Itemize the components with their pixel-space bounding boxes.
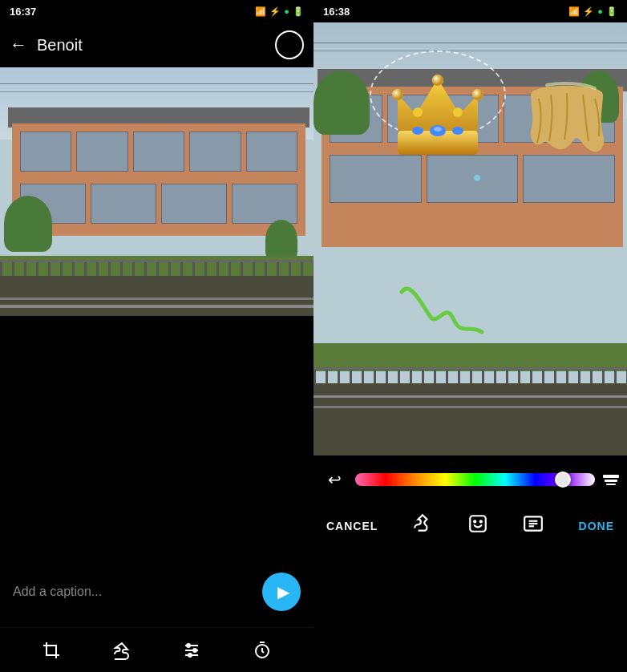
cancel-button[interactable]: CANCEL: [326, 520, 378, 532]
caption-row: Add a caption... ▶: [0, 573, 314, 621]
svg-point-16: [432, 75, 443, 86]
timer-icon[interactable]: [253, 641, 272, 660]
text-tool-icon[interactable]: [523, 513, 544, 539]
wig-sticker[interactable]: [523, 79, 611, 159]
right-panel: 16:38 📶 ⚡ ● 🔋: [314, 0, 627, 672]
status-bar-left: 16:37 📶 ⚡ ● 🔋: [0, 0, 314, 22]
stroke-width-selector[interactable]: [603, 475, 619, 485]
wifi-icon-right: ⚡: [583, 6, 594, 17]
svg-point-22: [453, 107, 463, 117]
caption-input[interactable]: Add a caption...: [13, 585, 253, 599]
status-icons-right: 📶 ⚡ ● 🔋: [568, 6, 617, 17]
svg-point-25: [475, 520, 476, 522]
status-bar-right: 16:38 📶 ⚡ ● 🔋: [314, 0, 627, 22]
bottom-action-bar: CANCEL DONE: [314, 504, 627, 549]
color-picker-slider[interactable]: [355, 473, 595, 486]
avatar-circle[interactable]: [275, 30, 304, 59]
road-left: [0, 276, 314, 316]
send-button[interactable]: ▶: [262, 573, 301, 611]
svg-point-26: [480, 520, 482, 522]
wa-icon-left: ●: [284, 6, 289, 16]
black-area-left: Add a caption... ▶: [0, 316, 314, 627]
svg-point-21: [413, 107, 423, 117]
left-panel: 16:37 📶 ⚡ ● 🔋 ← Benoit: [0, 0, 314, 672]
battery-icon-left: 🔋: [293, 6, 304, 17]
drawing-controls-bar: ↩: [314, 455, 627, 504]
back-button[interactable]: ←: [10, 34, 27, 55]
time-right: 16:38: [323, 6, 350, 18]
svg-point-18: [392, 89, 403, 100]
svg-point-23: [434, 127, 442, 132]
done-button[interactable]: DONE: [579, 520, 614, 532]
photo-preview-left: [0, 67, 314, 316]
building-body-left: [12, 123, 305, 236]
svg-marker-11: [398, 79, 478, 131]
crop-icon[interactable]: [42, 641, 61, 660]
send-icon: ▶: [277, 582, 289, 601]
svg-point-3: [187, 644, 190, 647]
trees-left: [4, 196, 52, 252]
svg-point-13: [412, 127, 423, 135]
color-slider-thumb[interactable]: [555, 472, 571, 488]
trees-right: [314, 71, 370, 135]
crown-sticker[interactable]: [386, 71, 490, 167]
brush-icon[interactable]: [112, 641, 131, 660]
adjust-icon[interactable]: [182, 641, 201, 660]
brush-action-icon[interactable]: [412, 513, 433, 539]
status-icons-left: 📶 ⚡ ● 🔋: [255, 6, 304, 17]
svg-point-14: [452, 127, 463, 135]
bottom-toolbar-left: [0, 627, 314, 672]
green-squiggle-drawing: [394, 276, 490, 351]
signal-icon-right: 📶: [568, 6, 580, 17]
wifi-icon-left: ⚡: [269, 6, 281, 17]
wa-icon-right: ●: [597, 6, 603, 16]
svg-rect-24: [471, 516, 487, 532]
svg-point-20: [472, 89, 483, 100]
chat-title: Benoit: [37, 36, 265, 55]
header-left: ← Benoit: [0, 22, 314, 67]
undo-button[interactable]: ↩: [322, 470, 347, 489]
sticker-icon[interactable]: [467, 513, 488, 539]
road-right: [314, 383, 627, 455]
svg-point-5: [188, 654, 192, 657]
signal-icon-left: 📶: [255, 6, 266, 17]
battery-icon-right: 🔋: [606, 6, 617, 17]
color-dot: [474, 175, 480, 181]
svg-point-4: [193, 649, 196, 652]
photo-edit-area[interactable]: [314, 22, 627, 455]
time-left: 16:37: [10, 6, 36, 18]
